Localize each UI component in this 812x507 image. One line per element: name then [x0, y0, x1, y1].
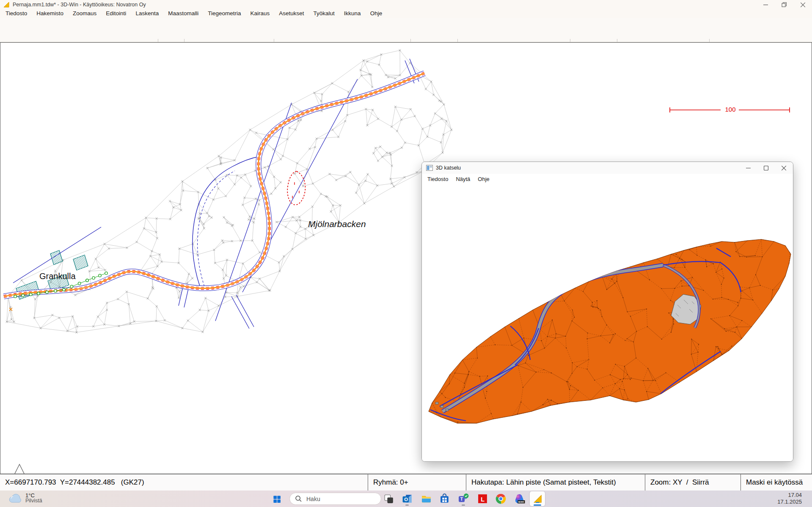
l-app-icon: L	[477, 493, 488, 504]
taskbar-app-3d-win[interactable]	[530, 491, 545, 506]
terrain-model-3d	[422, 184, 793, 461]
search-placeholder: Haku	[306, 496, 320, 502]
svg-text:M365: M365	[518, 501, 524, 503]
status-group: Ryhmä: 0+	[368, 474, 466, 491]
map-label-mjolnarbacken: Mjölnarbacken	[308, 219, 366, 229]
m365-copilot-icon: M365	[514, 493, 526, 504]
menu-kairaus[interactable]: Kairaus	[246, 9, 275, 18]
menu-ikkuna[interactable]: Ikkuna	[339, 9, 366, 18]
weather-condition: Pilvistä	[25, 498, 42, 504]
close-button[interactable]	[793, 0, 812, 9]
taskbar-app-task-view[interactable]	[381, 491, 396, 506]
taskbar-app-file-explorer[interactable]	[418, 491, 434, 506]
clock-time: 17.04	[777, 492, 802, 499]
app-logo-icon	[3, 2, 9, 8]
svg-text:L: L	[481, 496, 484, 503]
search-box[interactable]: Haku	[289, 493, 381, 505]
menu-asetukset[interactable]: Asetukset	[274, 9, 308, 18]
ms-store-icon	[439, 493, 450, 504]
app-window: Pernaja.mm1.tdw* - 3D-Win - Käyttöoikeus…	[0, 0, 812, 507]
toolbar: ?x1:50xx ıẋ?TXTAαBm²xyzxxx✗xxx1221xxW	[0, 18, 812, 42]
menu-zoomaus[interactable]: Zoomaus	[68, 9, 101, 18]
viewer3d-icon	[426, 165, 433, 171]
title-bar: Pernaja.mm1.tdw* - 3D-Win - Käyttöoikeus…	[0, 0, 812, 9]
viewer3d-maximize-button[interactable]	[755, 162, 773, 174]
menu-maastomalli[interactable]: Maastomalli	[163, 9, 203, 18]
svg-text:O: O	[404, 497, 408, 502]
viewer3d-menu-n-yt[interactable]: Näytä	[452, 176, 474, 182]
taskbar-app-teams[interactable]: T	[456, 491, 471, 506]
weather-widget[interactable]: 1°C Pilvistä	[8, 491, 42, 505]
cloud-icon	[8, 491, 23, 505]
viewer3d-window: 3D katselu TiedostoNäytäOhje	[421, 162, 793, 462]
search-icon	[294, 494, 304, 504]
viewer3d-menu-ohje[interactable]: Ohje	[474, 176, 493, 182]
viewer3d-viewport[interactable]	[422, 184, 793, 461]
viewer3d-title: 3D katselu	[436, 165, 461, 171]
clock-date: 17.1.2025	[777, 499, 802, 505]
menu-ty-kalut[interactable]: Työkalut	[309, 9, 339, 18]
taskbar-app-chrome[interactable]	[493, 491, 508, 506]
viewer3d-controls	[737, 162, 790, 174]
viewer3d-menu-bar: TiedostoNäytäOhje	[422, 174, 793, 184]
map-label-grankulla: Grankulla	[39, 271, 76, 281]
viewer3d-menu-tiedosto[interactable]: Tiedosto	[424, 176, 452, 182]
menu-hakemisto[interactable]: Hakemisto	[32, 9, 68, 18]
taskbar-app-outlook[interactable]: O	[399, 491, 415, 506]
menu-bar: TiedostoHakemistoZoomausEditointiLaskent…	[0, 9, 812, 18]
task-view-icon	[383, 493, 394, 504]
north-arrow	[9, 463, 31, 474]
svg-text:T: T	[460, 497, 463, 502]
menu-laskenta[interactable]: Laskenta	[131, 9, 163, 18]
start-button[interactable]	[271, 493, 282, 504]
minimize-button[interactable]	[756, 0, 775, 9]
menu-tiegeometria[interactable]: Tiegeometria	[203, 9, 245, 18]
weather-temp: 1°C	[25, 493, 42, 499]
taskbar-app-l-app[interactable]: L	[475, 491, 490, 506]
outlook-icon: O	[402, 493, 413, 504]
menu-ohje[interactable]: Ohje	[366, 9, 387, 18]
teams-icon: T	[458, 493, 469, 504]
chrome-icon	[495, 493, 506, 504]
restore-button[interactable]	[775, 0, 793, 9]
menu-editointi[interactable]: Editointi	[101, 9, 131, 18]
viewer3d-minimize-button[interactable]	[737, 162, 755, 174]
taskbar-app-ms-store[interactable]	[437, 491, 452, 506]
taskbar-app-m365-copilot[interactable]: M365	[512, 491, 527, 506]
window-title: Pernaja.mm1.tdw* - 3D-Win - Käyttöoikeus…	[13, 2, 146, 8]
taskbar: 1°C Pilvistä Haku OTLM365 17.04 17.1.202…	[0, 491, 812, 507]
viewer3d-title-bar[interactable]: 3D katselu	[422, 162, 793, 174]
scale-bar-label: 100	[720, 106, 741, 113]
status-coordinates: X=6697170.793 Y=27444382.485 (GK27)	[0, 474, 368, 491]
viewer3d-close-button[interactable]	[773, 162, 790, 174]
window-controls	[756, 0, 812, 9]
menu-tiedosto[interactable]: Tiedosto	[1, 9, 32, 18]
map-canvas[interactable]: Grankulla Mjölnarbacken 100 N 3D katselu…	[0, 42, 812, 474]
status-zoom-mode: Zoom: XY / Siirrä	[645, 474, 740, 491]
3d-win-icon	[532, 493, 543, 504]
status-search-mode: Hakutapa: Lähin piste (Samat pisteet, Te…	[466, 474, 645, 491]
status-bar: X=6697170.793 Y=27444382.485 (GK27) Ryhm…	[0, 474, 812, 491]
windows-logo-icon	[273, 495, 281, 504]
file-explorer-icon	[421, 493, 432, 504]
taskbar-clock[interactable]: 17.04 17.1.2025	[777, 492, 802, 506]
status-mask: Maski ei käytössä	[740, 474, 812, 491]
